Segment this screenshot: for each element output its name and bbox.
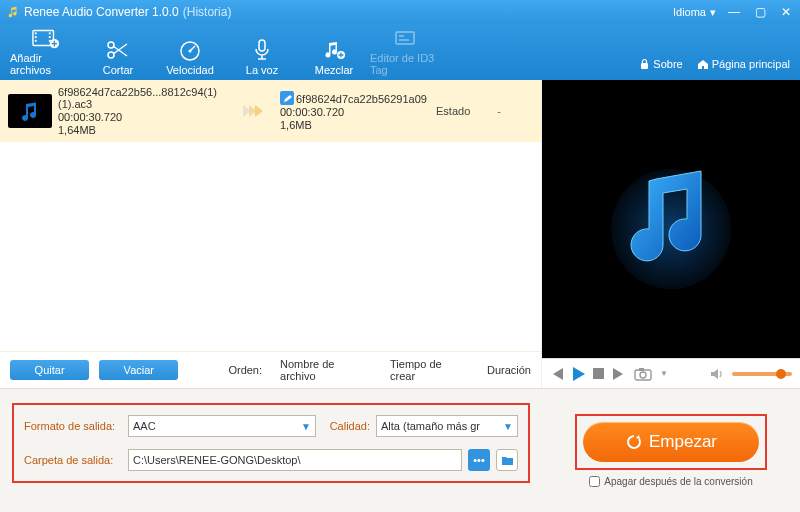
output-size: 1,6MB <box>280 119 430 131</box>
sort-by-duration[interactable]: Duración <box>487 364 531 376</box>
input-duration: 00:00:30.720 <box>58 111 228 123</box>
prev-button[interactable] <box>550 368 564 380</box>
speed-button[interactable]: Velocidad <box>154 38 226 76</box>
speed-label: Velocidad <box>166 64 214 76</box>
output-folder-value: C:\Users\RENEE-GONG\Desktop\ <box>133 454 300 466</box>
sort-by-time[interactable]: Tiempo de crear <box>390 358 469 382</box>
about-link[interactable]: Sobre <box>639 58 682 70</box>
app-logo-icon <box>6 5 20 19</box>
voice-label: La voz <box>246 64 278 76</box>
snapshot-chevron-icon[interactable]: ▼ <box>660 369 668 378</box>
chevron-down-icon: ▼ <box>301 421 311 432</box>
play-button[interactable] <box>572 367 585 381</box>
file-row[interactable]: 6f98624d7ca22b56...8812c94(1)(1).ac3 00:… <box>0 80 541 142</box>
voice-button[interactable]: La voz <box>226 38 298 76</box>
home-icon <box>697 58 709 70</box>
shutdown-label: Apagar después de la conversión <box>604 476 752 487</box>
history-link[interactable]: (Historia) <box>183 5 232 19</box>
output-folder-label: Carpeta de salida: <box>24 454 122 466</box>
svg-point-9 <box>108 52 114 58</box>
cut-label: Cortar <box>103 64 134 76</box>
svg-rect-1 <box>35 32 37 34</box>
add-files-button[interactable]: Añadir archivos <box>10 26 82 76</box>
stop-button[interactable] <box>593 368 604 379</box>
open-folder-button[interactable] <box>496 449 518 471</box>
maximize-button[interactable]: ▢ <box>752 5 768 19</box>
scissors-icon <box>104 38 132 62</box>
output-folder-input[interactable]: C:\Users\RENEE-GONG\Desktop\ <box>128 449 462 471</box>
start-button[interactable]: Empezar <box>583 422 759 462</box>
output-format-label: Formato de salida: <box>24 420 122 432</box>
shutdown-checkbox-row[interactable]: Apagar después de la conversión <box>589 476 752 487</box>
output-format-value: AAC <box>133 420 156 432</box>
refresh-icon <box>625 433 643 451</box>
cut-button[interactable]: Cortar <box>82 38 154 76</box>
output-file-info: 6f98624d7ca22b56291a09 00:00:30.720 1,6M… <box>280 91 430 131</box>
remove-button[interactable]: Quitar <box>10 360 89 380</box>
tag-icon <box>392 26 420 50</box>
clear-button[interactable]: Vaciar <box>99 360 178 380</box>
browse-folder-button[interactable]: ••• <box>468 449 490 471</box>
next-button[interactable] <box>612 368 626 380</box>
chevron-down-icon: ▼ <box>503 421 513 432</box>
lock-icon <box>639 58 650 70</box>
homepage-link[interactable]: Página principal <box>697 58 790 70</box>
volume-icon[interactable] <box>710 368 724 380</box>
svg-rect-12 <box>259 40 265 51</box>
minimize-button[interactable]: — <box>726 5 742 19</box>
snapshot-button[interactable] <box>634 367 652 381</box>
chevron-down-icon: ▾ <box>710 6 716 19</box>
svg-rect-3 <box>35 40 37 42</box>
input-filename: 6f98624d7ca22b56...8812c94(1)(1).ac3 <box>58 86 228 110</box>
language-dropdown[interactable]: Idioma ▾ <box>673 6 716 19</box>
add-files-label: Añadir archivos <box>10 52 82 76</box>
about-label: Sobre <box>653 58 682 70</box>
microphone-icon <box>248 38 276 62</box>
mix-label: Mezclar <box>315 64 354 76</box>
svg-point-11 <box>189 50 192 53</box>
status-header: Estado <box>436 105 486 117</box>
output-filename: 6f98624d7ca22b56291a09 <box>296 93 427 105</box>
svg-rect-17 <box>593 368 604 379</box>
file-thumbnail <box>8 94 52 128</box>
filmstrip-add-icon <box>32 26 60 50</box>
svg-rect-15 <box>641 63 648 69</box>
output-format-dropdown[interactable]: AAC ▼ <box>128 415 316 437</box>
start-highlight: Empezar <box>575 414 767 470</box>
preview-area <box>542 80 800 358</box>
shutdown-checkbox[interactable] <box>589 476 600 487</box>
homepage-label: Página principal <box>712 58 790 70</box>
svg-rect-4 <box>49 32 51 34</box>
start-label: Empezar <box>649 432 717 452</box>
close-button[interactable]: ✕ <box>778 5 794 19</box>
language-label: Idioma <box>673 6 706 18</box>
app-title: Renee Audio Converter 1.0.0 <box>24 5 179 19</box>
volume-slider[interactable] <box>732 372 792 376</box>
svg-rect-20 <box>639 368 644 371</box>
output-duration: 00:00:30.720 <box>280 106 430 118</box>
mix-button[interactable]: Mezclar <box>298 38 370 76</box>
quality-value: Alta (tamaño más gr <box>381 420 480 432</box>
svg-rect-14 <box>396 32 414 44</box>
edit-output-icon[interactable] <box>280 91 294 105</box>
svg-rect-5 <box>49 36 51 38</box>
quality-label: Calidad: <box>322 420 370 432</box>
id3-label: Editor de ID3 Tag <box>370 52 442 76</box>
output-settings-highlight: Formato de salida: AAC ▼ Calidad: Alta (… <box>12 403 530 483</box>
speedometer-icon <box>176 38 204 62</box>
quality-dropdown[interactable]: Alta (tamaño más gr ▼ <box>376 415 518 437</box>
status-value: - <box>492 105 506 117</box>
input-file-info: 6f98624d7ca22b56...8812c94(1)(1).ac3 00:… <box>58 86 228 136</box>
sort-by-name[interactable]: Nombre de archivo <box>280 358 372 382</box>
id3-editor-button: Editor de ID3 Tag <box>370 26 442 76</box>
convert-arrow-icon <box>234 105 274 117</box>
svg-point-8 <box>108 42 114 48</box>
music-plus-icon <box>320 38 348 62</box>
order-label: Orden: <box>228 364 262 376</box>
svg-point-19 <box>640 372 646 378</box>
input-size: 1,64MB <box>58 124 228 136</box>
svg-rect-2 <box>35 36 37 38</box>
